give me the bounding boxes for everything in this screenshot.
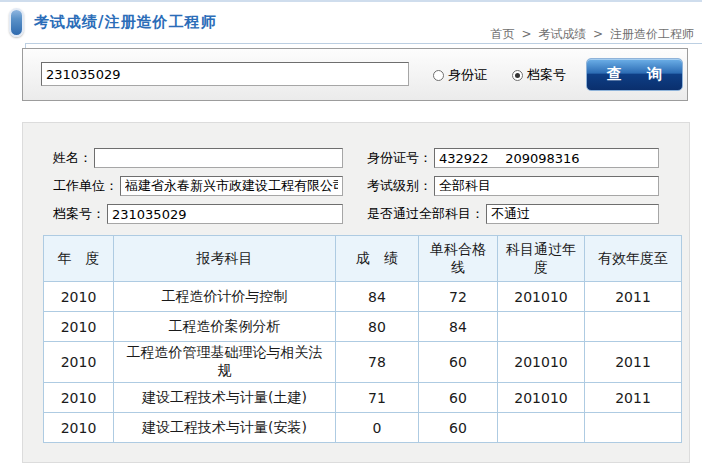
table-row: 2010工程造价案例分析8084 [44, 312, 682, 342]
breadcrumb-current: 注册造价工程师 [610, 27, 694, 41]
table-cell: 2010 [44, 312, 114, 342]
breadcrumb-separator: > [521, 27, 531, 41]
radio-file-number[interactable]: 档案号 [512, 66, 566, 84]
table-cell: 2011 [585, 383, 682, 413]
col-header-year: 年 度 [44, 236, 114, 282]
table-cell: 71 [336, 383, 419, 413]
table-row: 2010工程造价计价与控制84722010102011 [44, 282, 682, 312]
form-row: 工作单位： 考试级别： [23, 175, 689, 197]
breadcrumb-separator: > [593, 27, 603, 41]
exam-level-field: 考试级别： [367, 175, 659, 197]
table-cell: 60 [419, 413, 498, 443]
score-table: 年 度 报考科目 成 绩 单科合格线 科目通过年度 有效年度至 2010工程造价… [43, 235, 682, 443]
table-cell [498, 413, 585, 443]
search-panel: 身份证 档案号 查 询 [22, 48, 688, 101]
id-number-input[interactable] [434, 148, 659, 168]
id-number-field: 身份证号： [367, 147, 659, 169]
form-row: 档案号： 是否通过全部科目： [23, 203, 689, 225]
pass-all-subjects-label: 是否通过全部科目： [367, 205, 484, 223]
form-row: 姓名： 身份证号： [23, 147, 689, 169]
table-cell: 60 [419, 383, 498, 413]
breadcrumb-home[interactable]: 首页 [491, 27, 515, 41]
header-divider [25, 43, 702, 44]
pass-all-subjects-input[interactable] [486, 204, 659, 224]
title-bullet-icon [9, 8, 24, 37]
name-label: 姓名： [53, 149, 92, 167]
table-cell: 2010 [44, 342, 114, 383]
table-cell [585, 312, 682, 342]
col-header-pass-line: 单科合格线 [419, 236, 498, 282]
score-table-body: 2010工程造价计价与控制847220101020112010工程造价案例分析8… [44, 282, 682, 443]
table-cell: 2011 [585, 282, 682, 312]
query-button[interactable]: 查 询 [586, 58, 683, 91]
col-header-score: 成 绩 [336, 236, 419, 282]
col-header-valid-until: 有效年度至 [585, 236, 682, 282]
radio-id-card[interactable]: 身份证 [433, 66, 487, 84]
table-cell: 201010 [498, 383, 585, 413]
name-input[interactable] [94, 148, 343, 168]
radio-id-card-label: 身份证 [448, 66, 487, 84]
result-panel: 姓名： 身份证号： 工作单位： 考试级别： 档案号： 是否通过全部科目： [22, 122, 690, 463]
table-cell: 2010 [44, 383, 114, 413]
table-cell [498, 312, 585, 342]
table-cell: 78 [336, 342, 419, 383]
table-header-row: 年 度 报考科目 成 绩 单科合格线 科目通过年度 有效年度至 [44, 236, 682, 282]
table-row: 2010建设工程技术与计量(土建)71602010102011 [44, 383, 682, 413]
exam-level-input[interactable] [434, 176, 659, 196]
table-cell: 工程造价案例分析 [114, 312, 336, 342]
pass-all-subjects-field: 是否通过全部科目： [367, 203, 659, 225]
work-unit-input[interactable] [120, 176, 343, 196]
table-cell: 建设工程技术与计量(土建) [114, 383, 336, 413]
file-number-field: 档案号： [53, 203, 343, 225]
table-row: 2010建设工程技术与计量(安装)060 [44, 413, 682, 443]
work-unit-field: 工作单位： [53, 175, 343, 197]
table-row: 2010工程造价管理基础理论与相关法规78602010102011 [44, 342, 682, 383]
table-cell: 201010 [498, 342, 585, 383]
table-cell: 80 [336, 312, 419, 342]
name-field: 姓名： [53, 147, 343, 169]
col-header-pass-year: 科目通过年度 [498, 236, 585, 282]
table-cell: 0 [336, 413, 419, 443]
exam-level-label: 考试级别： [367, 177, 432, 195]
table-cell: 建设工程技术与计量(安装) [114, 413, 336, 443]
radio-unchecked-icon[interactable] [433, 70, 444, 81]
radio-file-number-label: 档案号 [527, 66, 566, 84]
table-cell: 84 [419, 312, 498, 342]
search-input[interactable] [41, 62, 409, 86]
col-header-subject: 报考科目 [114, 236, 336, 282]
table-cell: 工程造价计价与控制 [114, 282, 336, 312]
table-cell: 72 [419, 282, 498, 312]
page-header: 考试成绩/注册造价工程师 首页 > 考试成绩 > 注册造价工程师 [0, 2, 702, 44]
work-unit-label: 工作单位： [53, 177, 118, 195]
table-cell: 2010 [44, 413, 114, 443]
table-cell: 84 [336, 282, 419, 312]
breadcrumb-exam-scores[interactable]: 考试成绩 [538, 27, 586, 41]
breadcrumb: 首页 > 考试成绩 > 注册造价工程师 [491, 26, 694, 43]
id-number-label: 身份证号： [367, 149, 432, 167]
radio-checked-icon[interactable] [512, 70, 523, 81]
table-cell: 60 [419, 342, 498, 383]
table-cell: 2010 [44, 282, 114, 312]
file-number-input[interactable] [107, 204, 343, 224]
table-cell: 2011 [585, 342, 682, 383]
page-title: 考试成绩/注册造价工程师 [34, 13, 216, 32]
table-cell: 工程造价管理基础理论与相关法规 [114, 342, 336, 383]
table-cell: 201010 [498, 282, 585, 312]
table-cell [585, 413, 682, 443]
file-number-label: 档案号： [53, 205, 105, 223]
